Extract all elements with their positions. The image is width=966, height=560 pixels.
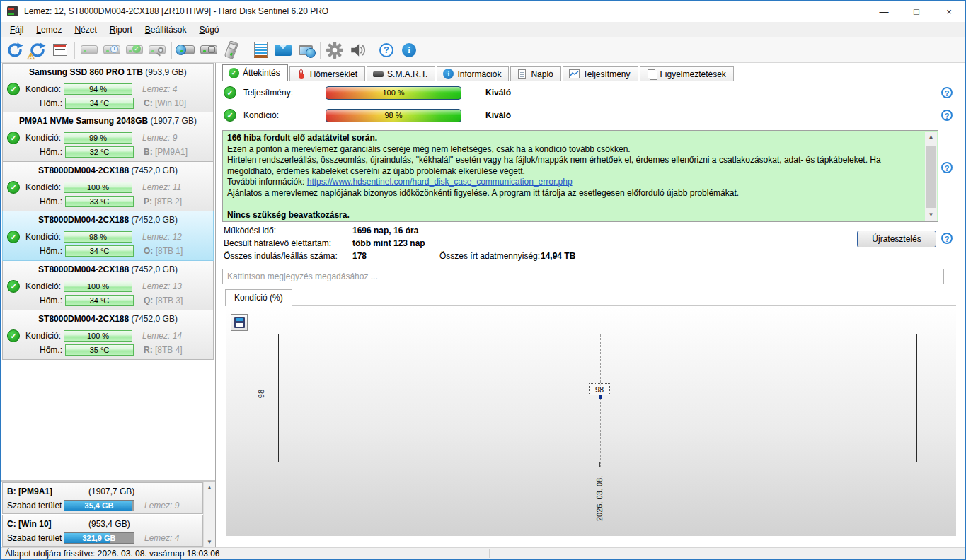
refresh-warning-button[interactable]: ⚠	[26, 40, 49, 61]
status-message-box: 166 hiba fordult elő adatátvitel során. …	[222, 130, 938, 222]
partition-scrollbar[interactable]: ▲ ▼	[203, 482, 215, 547]
condition-bar: 99 %	[64, 132, 132, 144]
status-ok-icon	[7, 329, 20, 342]
partition-entry-b[interactable]: B: [PM9A1](1907,7 GB) Szabad terület35,4…	[2, 482, 203, 514]
floppy-disk-icon	[234, 317, 245, 328]
report-window-button[interactable]	[49, 40, 71, 61]
status-ok-icon	[7, 83, 20, 95]
tab-temperature[interactable]: Hőmérséklet	[289, 66, 365, 81]
toolbar-separator	[372, 42, 372, 59]
help-icon[interactable]	[941, 87, 953, 98]
menu-view[interactable]: Nézet	[68, 23, 103, 36]
tab-log[interactable]: Napló	[510, 66, 560, 81]
scrollbar-thumb[interactable]	[926, 146, 936, 208]
data-point[interactable]	[599, 395, 602, 399]
help-icon[interactable]	[941, 233, 953, 244]
disk-number: Lemez: 4	[144, 533, 179, 543]
refresh-button[interactable]	[4, 40, 26, 61]
disk-web-button[interactable]	[175, 40, 197, 61]
tab-alerts[interactable]: Figyelmeztetések	[640, 66, 734, 81]
menu-report[interactable]: Riport	[103, 23, 139, 36]
tab-performance[interactable]: Teljesítmény	[563, 66, 638, 81]
hard-disk-sentinel-window: { "window": { "title": "Lemez: 12, ST800…	[0, 0, 966, 560]
tab-information[interactable]: Információk	[437, 66, 509, 81]
disk-entry-st8000-13[interactable]: ST8000DM004-2CX188 (7452,0 GB) Kondíció:…	[2, 261, 214, 310]
info-button[interactable]	[398, 40, 420, 61]
save-chart-button[interactable]	[231, 314, 248, 331]
status-ok-icon	[224, 86, 236, 99]
temperature-label: Hőm.:	[21, 246, 65, 256]
disk-search-button[interactable]	[146, 40, 168, 61]
condition-bar: 98 %	[64, 231, 132, 243]
settings-button[interactable]	[323, 40, 346, 61]
mail-button[interactable]	[272, 40, 294, 61]
disk-entry-st8000-11[interactable]: ST8000DM004-2CX188 (7452,0 GB) Kondíció:…	[2, 162, 214, 211]
notes-button[interactable]	[249, 40, 272, 61]
minimize-button[interactable]: —	[868, 1, 900, 22]
menu-settings[interactable]: Beállítások	[139, 23, 193, 36]
temperature-bar: 34 °C	[65, 245, 134, 257]
power-on-time-value: 1696 nap, 16 óra	[352, 226, 418, 235]
report-window-icon	[53, 44, 67, 56]
chart-icon	[569, 69, 580, 78]
sound-button[interactable]	[346, 40, 369, 61]
hdsentinel-link[interactable]: https://www.hdsentinel.com/hard_disk_cas…	[307, 177, 573, 187]
scroll-down-icon[interactable]: ▼	[925, 209, 937, 221]
scroll-down-icon[interactable]: ▼	[204, 536, 215, 547]
disk-entry-st8000-12-selected[interactable]: ST8000DM004-2CX188 (7452,0 GB) Kondíció:…	[2, 211, 214, 261]
status-bar: Állapot utoljára frissítve: 2026. 03. 08…	[1, 547, 965, 559]
partition-entry-c[interactable]: C: [Win 10](953,4 GB) Szabad terület321,…	[2, 515, 203, 547]
disk-accept-button[interactable]	[123, 40, 146, 61]
comment-input[interactable]	[222, 269, 944, 284]
disk-entry-st8000-14[interactable]: ST8000DM004-2CX188 (7452,0 GB) Kondíció:…	[2, 310, 214, 360]
condition-label: Kondíció:	[243, 110, 314, 120]
document-icon	[518, 69, 526, 79]
condition-label: Kondíció:	[20, 331, 64, 341]
refresh-icon	[6, 42, 23, 59]
sound-icon	[349, 42, 366, 59]
vertical-gridline	[600, 334, 601, 467]
network-button[interactable]	[294, 40, 317, 61]
horizontal-gridline	[273, 397, 916, 397]
retest-button[interactable]: Újratesztelés	[857, 231, 936, 247]
condition-bar: 100 %	[64, 330, 132, 342]
scroll-up-icon[interactable]: ▲	[204, 482, 215, 493]
disk-eject-icon	[224, 40, 238, 59]
condition-label: Kondíció:	[20, 232, 64, 242]
message-line: Nincs szükség beavatkozásra.	[227, 210, 922, 221]
disk-tools-button[interactable]	[197, 40, 220, 61]
performance-rating: Kiváló	[485, 88, 511, 98]
total-written-row: Összes írt adatmennyiség: 14,94 TB	[439, 251, 540, 264]
disk-eject-button[interactable]	[220, 40, 243, 61]
free-space-bar: 321,9 GB	[64, 532, 134, 544]
help-icon[interactable]	[941, 162, 953, 173]
condition-rating: Kiváló	[485, 110, 511, 120]
disk-entry-samsung-ssd[interactable]: Samsung SSD 860 PRO 1TB (953,9 GB) Kondí…	[2, 63, 214, 112]
data-point-label: 98	[589, 383, 610, 395]
tab-overview[interactable]: Áttekintés	[222, 64, 288, 81]
temperature-bar: 35 °C	[65, 344, 134, 356]
maximize-button[interactable]: □	[900, 1, 933, 22]
disk-schedule-button[interactable]	[100, 40, 123, 61]
condition-bar: 94 %	[64, 83, 132, 95]
mail-icon	[275, 45, 292, 56]
help-icon[interactable]	[941, 110, 953, 121]
scroll-up-icon[interactable]: ▲	[925, 132, 937, 143]
plug-icon	[228, 42, 236, 50]
performance-bar: 100 %	[326, 86, 461, 100]
help-button[interactable]	[375, 40, 398, 61]
history-tab-condition[interactable]: Kondíció (%)	[225, 289, 292, 306]
wrench-icon	[208, 46, 215, 53]
thermometer-icon	[299, 69, 303, 78]
menu-file[interactable]: Fájl	[4, 23, 30, 36]
message-scrollbar[interactable]: ▲ ▼	[925, 132, 937, 221]
menu-disk[interactable]: Lemez	[30, 23, 68, 36]
menu-help[interactable]: Súgó	[192, 23, 225, 36]
disk-entry-pm9a1[interactable]: PM9A1 NVMe Samsung 2048GB (1907,7 GB) Ko…	[2, 112, 214, 162]
disk-offline-button[interactable]	[78, 40, 100, 61]
tab-smart[interactable]: S.M.A.R.T.	[367, 66, 435, 81]
notes-icon	[254, 42, 268, 58]
message-line: 166 hiba fordult elő adatátvitel során.	[227, 133, 922, 144]
drive-volume: C: [Win 10]	[144, 98, 186, 108]
close-button[interactable]: ×	[933, 1, 965, 22]
